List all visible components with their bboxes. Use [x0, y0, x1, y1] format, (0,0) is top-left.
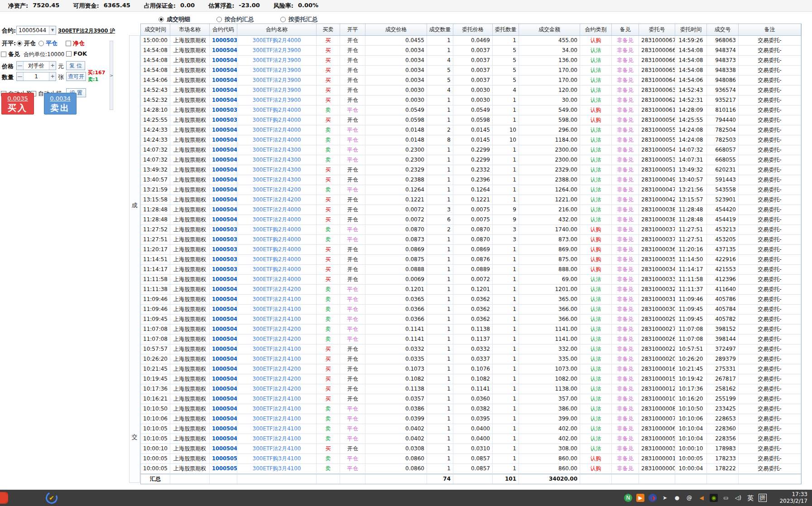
taskbar-edge-app-icon[interactable] [0, 492, 8, 504]
tab-summary-by-contract-radio-icon[interactable] [216, 17, 222, 22]
column-header[interactable]: 成交数量 [427, 24, 453, 36]
cell: 432.00 [519, 215, 580, 225]
covered-checkbox-icon[interactable] [1, 52, 6, 57]
check-openable-button[interactable]: 查可开 [66, 72, 86, 81]
cell: 开仓 [340, 76, 365, 86]
cell: 13:15:57 [675, 195, 707, 205]
column-header[interactable]: 成交号 [707, 24, 739, 36]
column-header[interactable]: 成交价格 [365, 24, 427, 36]
column-header[interactable]: 备注 [739, 24, 801, 36]
net-position-checkbox-icon[interactable] [66, 41, 71, 46]
cell: 300ETF购3月4100 [237, 464, 317, 474]
wechat-tray-icon[interactable]: ● [673, 494, 681, 502]
radio-open[interactable]: 开仓 [17, 39, 36, 48]
radio-close-icon[interactable] [38, 41, 44, 46]
radio-close[interactable]: 平仓 [38, 39, 58, 48]
price-stepper[interactable]: — 对手价 + [16, 61, 56, 70]
price-plus-icon[interactable]: + [49, 62, 56, 70]
cell: 3 [493, 235, 519, 245]
column-header[interactable]: 委托数量 [493, 24, 519, 36]
buy-button[interactable]: 0.0035 买入 [1, 93, 34, 115]
taskbar[interactable]: ✔ N▶◑➤●@◀◉▭◁)英拼 17:33 2023/2/17 [0, 490, 812, 506]
cell: 1082.00 [519, 374, 580, 384]
cell: 11:07:08 [675, 334, 707, 344]
column-header[interactable]: 合约类别 [580, 24, 612, 36]
monitor-tray-icon[interactable]: ▭ [722, 494, 730, 502]
swirl-app-tray-icon[interactable]: ◑ [649, 494, 657, 502]
taskbar-clock[interactable]: 17:33 2023/2/17 [779, 491, 807, 505]
cell: 1 [493, 95, 519, 105]
column-header[interactable]: 委托时间 [675, 24, 707, 36]
cell: 认沽 [580, 285, 612, 295]
price-minus-icon[interactable]: — [17, 62, 24, 70]
tab-summary-by-contract[interactable]: 按合约汇总 [216, 15, 254, 24]
totals-cell [639, 474, 675, 484]
reset-button[interactable]: 复 位 [66, 61, 85, 70]
panel-splitter[interactable]: > [110, 41, 113, 110]
tab-summary-by-order[interactable]: 按委托汇总 [280, 15, 318, 24]
cell: 366.00 [519, 305, 580, 315]
cell: 0.0402 [365, 434, 427, 444]
tab-trade-detail[interactable]: 成交明细 [159, 15, 190, 24]
qty-minus-icon[interactable]: — [17, 72, 24, 81]
taskbar-check-app-icon[interactable]: ✔ [44, 490, 59, 505]
tab-trade-detail-radio-icon[interactable] [159, 17, 164, 22]
cell: 0.0310 [453, 444, 493, 454]
column-header[interactable]: 市场名称 [170, 24, 210, 36]
volume-tray-icon[interactable]: ◁) [734, 494, 742, 502]
cell: 2831000035 [639, 255, 675, 265]
cell: 开仓 [340, 205, 365, 215]
qty-plus-icon[interactable]: + [49, 72, 56, 81]
column-header[interactable]: 合约名称 [237, 24, 317, 36]
cell: 0.1221 [453, 195, 493, 205]
cell: 认购 [580, 265, 612, 275]
cell: 10:57:51 [675, 344, 707, 354]
column-header[interactable]: 成交时间 [141, 24, 170, 36]
sell-button[interactable]: 0.0034 卖出 [44, 93, 77, 115]
column-header[interactable]: 开平 [340, 24, 365, 36]
notes-tray-icon[interactable]: N [624, 494, 632, 502]
cell: 0.0870 [453, 225, 493, 235]
orange-app-tray-icon[interactable]: ▶ [636, 494, 644, 502]
checkbox-fok[interactable]: FOK [66, 50, 87, 57]
cell: 0.1264 [365, 185, 427, 195]
column-header[interactable]: 备兑 [612, 24, 639, 36]
chevron-down-icon[interactable]: ▼ [49, 26, 56, 34]
radio-open-icon[interactable] [17, 41, 22, 46]
checkbox-net-position[interactable]: 净仓 [66, 39, 85, 48]
cell: 卖 [317, 235, 340, 245]
quantity-stepper[interactable]: — 1 + [16, 72, 56, 81]
column-header[interactable]: 成交金额 [519, 24, 580, 36]
trade-side-tab[interactable]: 成 交 [129, 35, 140, 483]
cell: 0.0072 [365, 215, 427, 225]
column-header[interactable]: 委托号 [639, 24, 675, 36]
cell: 买 [317, 175, 340, 185]
cell: 0.0598 [453, 115, 493, 125]
cell: 交易委托- [739, 275, 801, 285]
cell: 卖 [317, 145, 340, 155]
speaker-orange-tray-icon[interactable]: ◀ [697, 494, 706, 502]
fok-checkbox-icon[interactable] [66, 51, 72, 57]
cell: 1264.00 [519, 185, 580, 195]
column-header[interactable]: 委托价格 [453, 24, 493, 36]
at-spiral-tray-icon[interactable]: @ [685, 494, 693, 502]
cell: 0.0365 [365, 295, 427, 305]
nvidia-tray-icon[interactable]: ◉ [710, 494, 718, 502]
checkbox-covered[interactable]: 备兑 [1, 50, 20, 58]
bird-tray-icon[interactable]: ➤ [661, 494, 669, 502]
cell: 10005036 [210, 225, 237, 235]
cell: 上海股票期权 [170, 66, 210, 76]
cell: 0.2332 [453, 165, 493, 175]
column-header[interactable]: 合约代码 [210, 24, 237, 36]
cell: 300ETF沽2月4000 [237, 215, 317, 225]
ime-indicator[interactable]: 拼 [759, 494, 767, 502]
cell: 0.0869 [365, 245, 427, 255]
cell: 上海股票期权 [170, 86, 210, 95]
tab-summary-by-order-radio-icon[interactable] [280, 17, 286, 22]
column-header[interactable]: 买卖 [317, 24, 340, 36]
cell: 上海股票期权 [170, 285, 210, 295]
contract-name-link[interactable]: 300ETF沽2月3900 沪 [58, 28, 115, 34]
language-indicator[interactable]: 英 [746, 494, 754, 502]
cell: 399.00 [519, 414, 580, 424]
contract-select[interactable]: 10005044 ▼ [16, 26, 56, 35]
